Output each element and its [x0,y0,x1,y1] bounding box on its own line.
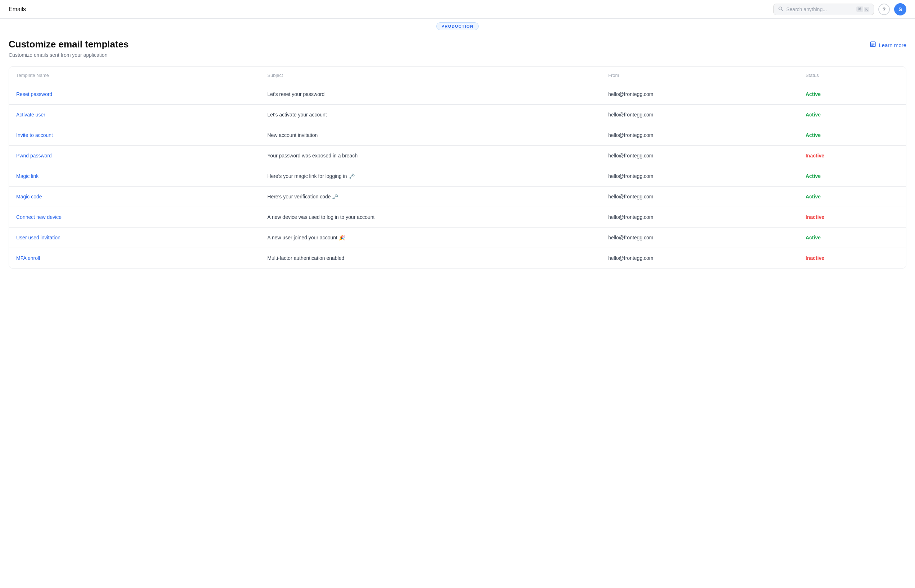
help-button[interactable]: ? [878,3,890,15]
learn-more-icon [870,41,876,49]
table-row[interactable]: User used invitationA new user joined yo… [9,228,906,248]
table-body: Reset passwordLet's reset your passwordh… [9,84,906,268]
col-header-name: Template Name [9,67,260,84]
table-row[interactable]: MFA enrollMulti-factor authentication en… [9,248,906,268]
template-from: hello@frontegg.com [601,248,798,268]
template-name-link[interactable]: Invite to account [16,132,53,138]
table-row[interactable]: Magic linkHere's your magic link for log… [9,166,906,187]
col-header-subject: Subject [260,67,601,84]
table-row[interactable]: Pwnd passwordYour password was exposed i… [9,145,906,166]
template-name-link[interactable]: Activate user [16,112,45,118]
status-badge: Active [806,235,821,241]
status-badge: Active [806,132,821,138]
status-badge: Inactive [806,255,824,261]
avatar[interactable]: S [894,3,906,15]
template-status: Inactive [798,248,906,268]
template-status: Active [798,105,906,125]
template-subject: Let's reset your password [260,84,601,105]
shortcut-cmd: ⌘ [857,6,863,12]
template-from: hello@frontegg.com [601,125,798,145]
template-name-link[interactable]: Magic link [16,173,39,179]
template-subject: Let's activate your account [260,105,601,125]
search-shortcut: ⌘ K [857,6,869,12]
status-badge: Inactive [806,214,824,220]
search-icon [778,6,783,13]
template-status: Active [798,125,906,145]
status-badge: Inactive [806,153,824,158]
template-subject: Here's your verification code 🗝️ [260,187,601,207]
template-subject: A new device was used to log in to your … [260,207,601,228]
template-status: Active [798,84,906,105]
page-subtitle: Customize emails sent from your applicat… [9,52,129,58]
col-header-from: From [601,67,798,84]
learn-more-label: Learn more [879,42,906,48]
page-title: Customize email templates [9,39,129,50]
template-from: hello@frontegg.com [601,207,798,228]
table-header: Template Name Subject From Status [9,67,906,84]
shortcut-k: K [864,7,869,12]
template-subject: Here's your magic link for logging in 🗝️ [260,166,601,187]
template-name-link[interactable]: Pwnd password [16,153,52,158]
svg-point-0 [779,7,782,10]
template-from: hello@frontegg.com [601,166,798,187]
env-badge: PRODUCTION [436,22,479,30]
page-header-left: Customize email templates Customize emai… [9,39,129,58]
header-right: Search anything... ⌘ K ? S [773,3,906,15]
table-row[interactable]: Activate userLet's activate your account… [9,105,906,125]
template-from: hello@frontegg.com [601,105,798,125]
template-subject: A new user joined your account 🎉 [260,228,601,248]
template-name-link[interactable]: Reset password [16,91,52,97]
email-templates-table: Template Name Subject From Status Reset … [9,66,906,268]
template-status: Inactive [798,145,906,166]
help-icon: ? [883,6,886,12]
table-row[interactable]: Magic codeHere's your verification code … [9,187,906,207]
template-status: Active [798,187,906,207]
status-badge: Active [806,173,821,179]
template-from: hello@frontegg.com [601,187,798,207]
template-from: hello@frontegg.com [601,84,798,105]
app-header: Emails Search anything... ⌘ K ? S [0,0,915,19]
template-subject: New account invitation [260,125,601,145]
template-name-link[interactable]: Connect new device [16,214,62,220]
template-status: Active [798,166,906,187]
status-badge: Active [806,194,821,199]
page-header: Customize email templates Customize emai… [0,32,915,60]
template-name-link[interactable]: Magic code [16,194,42,199]
template-subject: Multi-factor authentication enabled [260,248,601,268]
table-row[interactable]: Invite to accountNew account invitationh… [9,125,906,145]
template-name-link[interactable]: MFA enroll [16,255,40,261]
template-from: hello@frontegg.com [601,228,798,248]
template-from: hello@frontegg.com [601,145,798,166]
status-badge: Active [806,112,821,118]
search-placeholder: Search anything... [786,6,853,12]
search-bar[interactable]: Search anything... ⌘ K [773,3,874,15]
app-title: Emails [9,6,26,13]
env-badge-bar: PRODUCTION [0,19,915,32]
template-status: Active [798,228,906,248]
status-badge: Active [806,91,821,97]
learn-more-link[interactable]: Learn more [870,41,906,49]
template-status: Inactive [798,207,906,228]
table-row[interactable]: Connect new deviceA new device was used … [9,207,906,228]
template-subject: Your password was exposed in a breach [260,145,601,166]
col-header-status: Status [798,67,906,84]
template-name-link[interactable]: User used invitation [16,235,60,241]
table-row[interactable]: Reset passwordLet's reset your passwordh… [9,84,906,105]
